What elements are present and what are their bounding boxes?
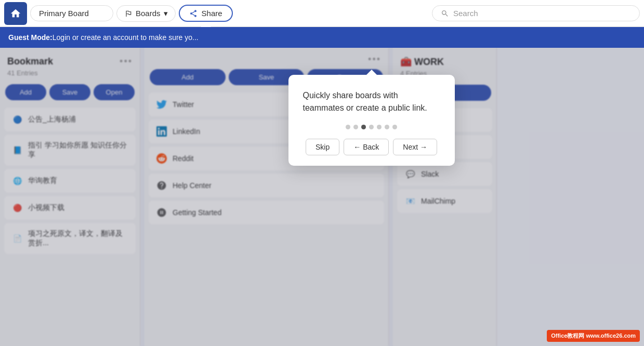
- twitter-icon: [156, 99, 167, 110]
- next-button[interactable]: Next →: [393, 139, 437, 155]
- middle-menu[interactable]: •••: [368, 54, 381, 65]
- dot-1: [346, 125, 350, 129]
- mailchimp-icon: 📧: [404, 195, 416, 207]
- boards-button[interactable]: Boards ▾: [116, 5, 176, 22]
- linkedin-icon: [156, 126, 167, 137]
- item-label: 项习之死原文，译文，翻译及赏折...: [28, 229, 128, 248]
- guest-text: Login or create an account to make sure …: [52, 33, 199, 42]
- svg-line-4: [192, 11, 194, 13]
- item-label: Reddit: [173, 154, 193, 163]
- help-icon: [156, 180, 167, 191]
- item-label: Help Center: [173, 181, 212, 190]
- item-icon: 📄: [11, 233, 23, 244]
- dot-5: [377, 125, 382, 129]
- bookmark-title: Bookmark: [7, 56, 53, 67]
- item-label: MailChimp: [421, 197, 455, 205]
- share-label: Share: [202, 9, 222, 18]
- bookmark-entries: 41 Entries: [0, 69, 140, 82]
- list-item[interactable]: 📧 MailChimp: [397, 189, 492, 213]
- item-label: 华询教育: [28, 176, 57, 185]
- dot-6: [385, 125, 389, 129]
- svg-line-3: [192, 14, 194, 16]
- reddit-icon: [156, 153, 167, 164]
- dot-7: [392, 125, 397, 129]
- home-button[interactable]: [4, 2, 27, 25]
- guest-banner: Guest Mode: Login or create an account t…: [0, 27, 644, 48]
- list-item[interactable]: 🌐 华询教育: [4, 169, 136, 193]
- list-item[interactable]: Help Center: [149, 174, 384, 197]
- item-icon: 🔴: [11, 202, 23, 214]
- svg-point-2: [194, 15, 196, 17]
- dot-4: [369, 125, 374, 129]
- bookmark-menu[interactable]: •••: [120, 56, 133, 67]
- item-label: LinkedIn: [173, 127, 200, 136]
- item-label: 指引 学习如你所愿 知识任你分享: [28, 141, 128, 159]
- tooltip-actions: Skip ← Back Next →: [303, 139, 440, 155]
- svg-point-0: [194, 10, 196, 12]
- guest-prefix: Guest Mode:: [8, 33, 52, 42]
- item-label: Twitter: [173, 100, 194, 109]
- bookmark-list: 🔵 公告_上海杨浦 📘 指引 学习如你所愿 知识任你分享 🌐 华询教育 🔴 小视…: [0, 105, 140, 346]
- list-item[interactable]: 📘 指引 学习如你所愿 知识任你分享: [4, 135, 136, 166]
- skip-button[interactable]: Skip: [306, 139, 339, 155]
- started-icon: [156, 207, 167, 218]
- main-area: Bookmark ••• 41 Entries Add Save Open 🔵 …: [0, 48, 644, 346]
- bookmark-add[interactable]: Add: [5, 84, 46, 100]
- bookmark-column: Bookmark ••• 41 Entries Add Save Open 🔵 …: [0, 48, 140, 346]
- item-icon: 🌐: [11, 175, 23, 187]
- col-divider: [140, 48, 144, 346]
- tooltip-popup: Quickly share boards with teammates or c…: [288, 75, 455, 166]
- share-button[interactable]: Share: [179, 5, 233, 22]
- item-label: Slack: [421, 170, 439, 178]
- middle-add[interactable]: Add: [150, 69, 226, 85]
- item-icon: 🔵: [11, 114, 23, 125]
- dot-2: [353, 125, 358, 129]
- back-button[interactable]: ← Back: [344, 139, 389, 155]
- bookmark-open[interactable]: Open: [94, 84, 135, 100]
- bookmark-save[interactable]: Save: [49, 84, 90, 100]
- watermark: Office教程网 www.office26.com: [547, 330, 640, 342]
- item-label: 小视频下载: [28, 203, 64, 212]
- svg-point-1: [190, 12, 192, 15]
- tooltip-text: Quickly share boards with teammates or c…: [303, 89, 440, 114]
- item-label: Getting Started: [173, 208, 221, 217]
- dot-3: [361, 125, 366, 129]
- boards-label: Boards: [136, 9, 161, 18]
- item-icon: 📘: [11, 144, 23, 156]
- boards-chevron: ▾: [164, 9, 168, 18]
- board-title[interactable]: Primary Board: [30, 5, 113, 21]
- list-item[interactable]: 🔵 公告_上海杨浦: [4, 108, 136, 131]
- slack-icon: 💬: [404, 168, 416, 180]
- search-bar[interactable]: Search: [432, 5, 640, 21]
- list-item[interactable]: Getting Started: [149, 201, 384, 224]
- search-placeholder: Search: [453, 9, 478, 18]
- tooltip-dots: [303, 125, 440, 129]
- list-item[interactable]: 📄 项习之死原文，译文，翻译及赏折...: [4, 223, 136, 254]
- list-item[interactable]: 🔴 小视频下载: [4, 196, 136, 220]
- work-title: 🧰 WORK: [400, 56, 444, 68]
- item-label: 公告_上海杨浦: [28, 115, 76, 124]
- header: Primary Board Boards ▾ Share Search: [0, 0, 644, 27]
